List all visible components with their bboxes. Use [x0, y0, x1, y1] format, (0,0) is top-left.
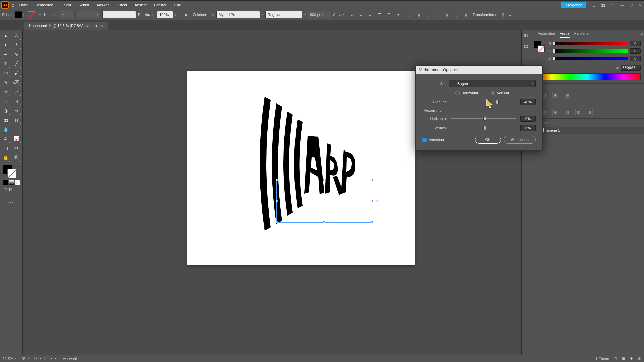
- distort-horizontal-slider[interactable]: [451, 118, 516, 119]
- arrange-icon[interactable]: ▭: [607, 2, 616, 8]
- preview-checkbox[interactable]: ✓: [422, 138, 427, 142]
- sel-handle-e[interactable]: [371, 200, 373, 202]
- align-right-icon[interactable]: ≡: [367, 11, 374, 18]
- g-slider[interactable]: [554, 49, 628, 53]
- layer-row[interactable]: ▸ Ebene 1: [530, 127, 644, 134]
- sel-handle-s[interactable]: [323, 221, 325, 223]
- align-obj-hcenter-icon[interactable]: ▯: [425, 11, 432, 18]
- shaper-tool[interactable]: ✎: [1, 78, 11, 87]
- panel-menu-icon[interactable]: ≡: [507, 11, 514, 18]
- font-family-caret-icon[interactable]: ▾: [262, 13, 263, 16]
- sel-handle-ne[interactable]: [371, 179, 373, 181]
- align-obj-left-icon[interactable]: ▯: [416, 11, 422, 18]
- rectangle-tool[interactable]: ▭: [1, 69, 11, 77]
- status-trash-icon[interactable]: 🗑: [638, 357, 641, 361]
- color-spectrum[interactable]: [534, 73, 641, 80]
- share-button[interactable]: Freigeben: [561, 2, 586, 8]
- gradient-tool[interactable]: ▥: [11, 116, 21, 124]
- tab-color-guide[interactable]: Farbhilfe: [574, 31, 589, 38]
- eyedropper-tool[interactable]: 💧: [1, 125, 11, 134]
- width-tool[interactable]: ⇔: [1, 97, 11, 106]
- swatch-group-icon[interactable]: ▣: [552, 92, 558, 98]
- envelope-icon[interactable]: ▾: [395, 11, 402, 18]
- menu-window[interactable]: Fenster: [154, 3, 166, 7]
- artboard-nav[interactable]: |◂◂1▾▸▸|: [34, 356, 58, 361]
- vertical-radio[interactable]: Vertikal: [491, 91, 509, 95]
- horizontal-radio[interactable]: Horizontal: [455, 91, 478, 95]
- draw-normal-icon[interactable]: ▢: [3, 187, 8, 193]
- tab-close-icon[interactable]: ×: [101, 24, 103, 28]
- menu-file[interactable]: Datei: [19, 3, 28, 7]
- r-slider[interactable]: [554, 42, 628, 45]
- lasso-tool[interactable]: ⟆: [11, 41, 21, 49]
- menu-object[interactable]: Objekt: [61, 3, 71, 7]
- b-value[interactable]: 0: [630, 56, 641, 61]
- font-size-field[interactable]: 800 pt▾: [308, 11, 331, 18]
- font-weight-caret-icon[interactable]: ▾: [304, 13, 306, 16]
- brush-icon-3[interactable]: ▤: [564, 109, 570, 115]
- workspace-icon[interactable]: ▦: [598, 2, 607, 8]
- stroke-swatch[interactable]: [28, 11, 35, 18]
- sel-handle-n[interactable]: [323, 179, 325, 181]
- minimize-icon[interactable]: —: [619, 3, 625, 7]
- search-icon[interactable]: ⌕: [590, 2, 598, 8]
- libraries-header[interactable]: Bibliotheken: [530, 118, 644, 127]
- align-obj-vcenter-icon[interactable]: ▯: [453, 11, 460, 18]
- rotate-view[interactable]: 0°▾: [22, 357, 29, 361]
- brushes-panel-header[interactable]: [530, 101, 644, 108]
- curvature-tool[interactable]: ∿: [11, 50, 21, 59]
- ok-button[interactable]: OK: [475, 136, 501, 144]
- distort-vertical-value[interactable]: 0%: [520, 125, 536, 131]
- free-transform-tool[interactable]: ⊡: [11, 97, 21, 106]
- sel-center-point[interactable]: [376, 200, 378, 202]
- stroke-color-swatch[interactable]: [7, 169, 17, 178]
- align-obj-right-icon[interactable]: ▯: [434, 11, 441, 18]
- stroke-weight-dropdown[interactable]: ▾: [59, 11, 75, 18]
- graph-tool[interactable]: 📊: [11, 134, 21, 143]
- b-slider[interactable]: [554, 57, 628, 60]
- align-obj-bottom-icon[interactable]: ▯: [463, 11, 469, 18]
- selection-bounding-box[interactable]: [276, 180, 372, 223]
- sel-handle-sw[interactable]: [276, 221, 278, 223]
- blend-tool[interactable]: ⬚: [11, 125, 21, 134]
- transform-label[interactable]: Transformieren: [473, 13, 497, 17]
- line-tool[interactable]: ╱: [11, 59, 21, 68]
- sel-handle-w[interactable]: [276, 200, 278, 202]
- direct-selection-tool[interactable]: △: [11, 31, 21, 40]
- g-value[interactable]: 0: [630, 48, 641, 54]
- brush-tool[interactable]: 🖌: [11, 69, 21, 77]
- properties-panel-icon[interactable]: ◧: [524, 33, 528, 38]
- sel-handle-nw[interactable]: [276, 179, 278, 181]
- artboard[interactable]: [187, 71, 415, 265]
- stroke-dash-dropdown[interactable]: ▾: [77, 11, 100, 18]
- gradient-mode-icon[interactable]: [9, 180, 14, 185]
- hand-tool[interactable]: ✋: [1, 153, 11, 162]
- libraries-panel-icon[interactable]: ▤: [524, 44, 528, 49]
- menu-select[interactable]: Auswahl: [97, 3, 111, 7]
- slice-tool[interactable]: ✂: [11, 144, 21, 153]
- type-tool[interactable]: T: [1, 59, 11, 68]
- layer-target-icon[interactable]: [637, 129, 640, 132]
- opacity-more-icon[interactable]: ›: [175, 13, 176, 17]
- pen-tool[interactable]: ✒: [1, 50, 11, 59]
- fill-caret-icon[interactable]: ▾: [23, 13, 24, 16]
- brush-icon-2[interactable]: ▣: [552, 109, 558, 115]
- selection-tool[interactable]: ▲: [1, 31, 11, 40]
- status-icon-3[interactable]: ⊕: [630, 356, 633, 361]
- eraser-tool[interactable]: ⌫: [11, 78, 21, 87]
- fill-swatch[interactable]: [15, 11, 22, 18]
- pin-panel-icon[interactable]: ⚲: [500, 11, 507, 18]
- bend-value[interactable]: 40%: [520, 99, 536, 105]
- swatch-delete-icon[interactable]: ▤: [564, 92, 570, 98]
- magic-wand-tool[interactable]: ✦: [1, 41, 11, 49]
- edit-toolbar-icon[interactable]: •••: [1, 201, 22, 205]
- list-bullet-icon[interactable]: ☰: [376, 11, 383, 18]
- brush-icon-4[interactable]: ▥: [575, 109, 581, 115]
- document-tab[interactable]: Unbenannt-1* @ 12.5 % (RGB/Vorschau) ×: [24, 22, 108, 30]
- hex-field[interactable]: 000000: [621, 65, 641, 71]
- align-center-icon[interactable]: ≡: [358, 11, 364, 18]
- menu-edit[interactable]: Bearbeiten: [35, 3, 53, 7]
- tab-align[interactable]: Ausrichten: [538, 31, 555, 38]
- zoom-tool[interactable]: 🔍: [11, 153, 21, 162]
- fill-stroke-swatches[interactable]: ▢ ◧: [1, 164, 22, 193]
